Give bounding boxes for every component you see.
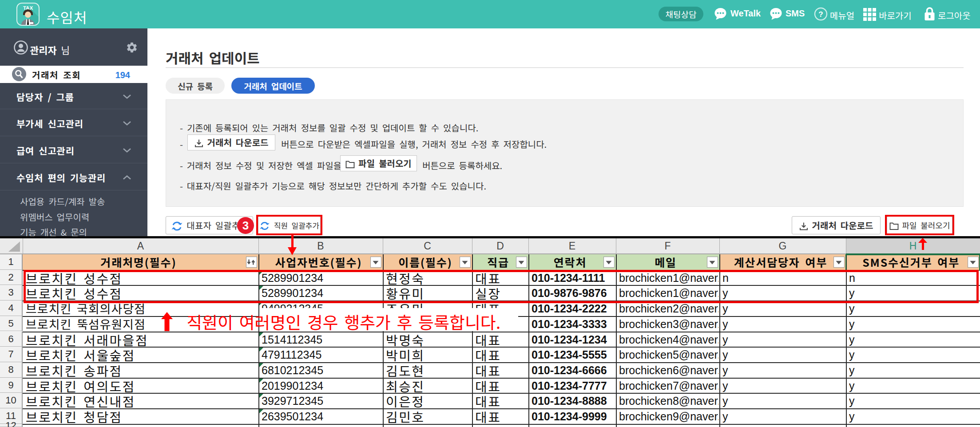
svg-text:?: ? bbox=[818, 10, 823, 19]
